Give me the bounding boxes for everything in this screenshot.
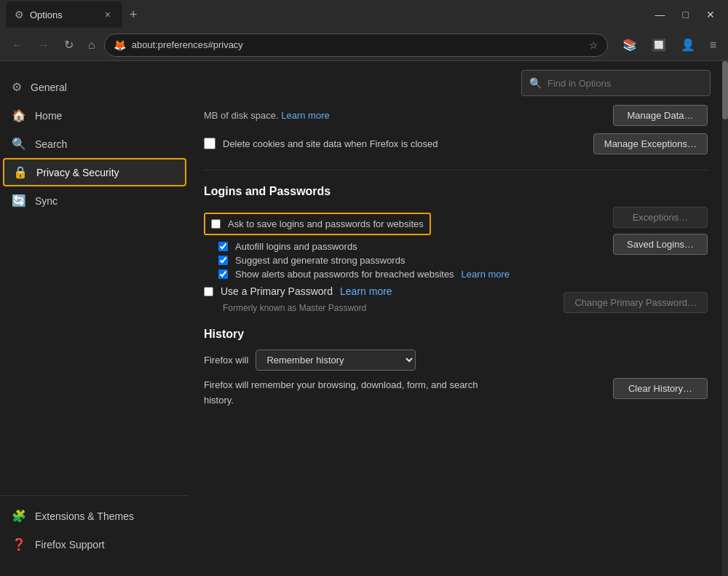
cookies-section-partial: MB of disk space. Learn more Manage Data… xyxy=(204,105,708,170)
minimize-button[interactable]: — xyxy=(648,6,673,23)
logins-section-title: Logins and Passwords xyxy=(204,185,708,198)
find-search-icon: 🔍 xyxy=(529,77,542,89)
primary-password-row: Use a Primary Password Learn more xyxy=(204,285,552,297)
nav-bar: ← → ↻ ⌂ 🦊 about:preferences#privacy ☆ 📚 … xyxy=(0,29,728,61)
suggest-label: Suggest and generate strong passwords xyxy=(235,255,405,266)
tab-settings-icon: ⚙ xyxy=(15,9,24,20)
history-section-title: History xyxy=(204,328,708,341)
disk-space-label: MB of disk space. xyxy=(204,110,279,121)
search-icon: 🔍 xyxy=(12,137,26,151)
primary-password-learn-more-link[interactable]: Learn more xyxy=(340,285,392,297)
question-icon: ❓ xyxy=(12,537,26,551)
lock-icon: 🔒 xyxy=(13,165,28,179)
delete-cookies-checkbox-row: Delete cookies and site data when Firefo… xyxy=(204,138,438,149)
search-bar-row: 🔍 xyxy=(189,61,722,105)
sidebar-bottom: 🧩 Extensions & Themes ❓ Firefox Support xyxy=(0,495,189,564)
clear-history-button[interactable]: Clear History… xyxy=(613,378,708,399)
sidebar-item-support[interactable]: ❓ Firefox Support xyxy=(0,530,189,559)
sidebar-item-sync[interactable]: 🔄 Sync xyxy=(0,186,189,215)
close-window-button[interactable]: ✕ xyxy=(699,6,722,23)
autofill-row: Autofill logins and passwords xyxy=(218,241,552,252)
logins-left-col: Ask to save logins and passwords for web… xyxy=(204,207,552,313)
alerts-learn-more-link[interactable]: Learn more xyxy=(462,269,510,280)
extensions-button[interactable]: 🔲 xyxy=(646,35,672,55)
firefox-logo-icon: 🦊 xyxy=(114,39,126,51)
autofill-label: Autofill logins and passwords xyxy=(235,241,357,252)
sidebar-label-search: Search xyxy=(35,138,67,150)
sidebar-label-home: Home xyxy=(35,110,62,122)
sidebar-item-home[interactable]: 🏠 Home xyxy=(0,101,189,130)
history-section: History Firefox will Remember history Ne… xyxy=(204,328,708,414)
home-button[interactable]: ⌂ xyxy=(82,34,101,56)
menu-button[interactable]: ≡ xyxy=(704,36,722,55)
content-area: 🔍 MB of disk space. Learn more Manage Da… xyxy=(189,61,722,576)
delete-cookies-row: Delete cookies and site data when Firefo… xyxy=(204,132,708,155)
sync-icon: 🔄 xyxy=(12,194,26,208)
address-bar[interactable]: 🦊 about:preferences#privacy ☆ xyxy=(104,33,608,57)
delete-cookies-label: Delete cookies and site data when Firefo… xyxy=(223,138,438,149)
manage-exceptions-button[interactable]: Manage Exceptions… xyxy=(593,133,708,154)
find-in-options-input[interactable] xyxy=(547,78,703,89)
extensions-themes-icon: 🧩 xyxy=(12,509,26,523)
sidebar-item-search[interactable]: 🔍 Search xyxy=(0,130,189,158)
main-layout: ⚙ General 🏠 Home 🔍 Search 🔒 Privacy & Se… xyxy=(0,61,728,576)
tab-title: Options xyxy=(30,9,96,20)
bookmark-star-icon[interactable]: ☆ xyxy=(589,39,598,51)
gear-icon: ⚙ xyxy=(12,80,22,94)
refresh-button[interactable]: ↻ xyxy=(58,33,79,56)
new-tab-button[interactable]: + xyxy=(125,6,142,24)
scrollbar-track[interactable] xyxy=(722,61,728,576)
scrollbar-thumb[interactable] xyxy=(722,61,728,119)
account-button[interactable]: 👤 xyxy=(675,35,701,55)
suggest-passwords-row: Suggest and generate strong passwords xyxy=(218,255,552,266)
ask-save-label: Ask to save logins and passwords for web… xyxy=(228,218,424,229)
find-in-options-box[interactable]: 🔍 xyxy=(521,70,711,96)
logins-right-col: Exceptions… Saved Logins… Change Primary… xyxy=(563,207,708,313)
ask-save-checkbox[interactable] xyxy=(211,219,221,229)
window-controls: — □ ✕ xyxy=(648,6,722,23)
disk-space-row: MB of disk space. Learn more Manage Data… xyxy=(204,105,708,126)
history-desc-line2: history. xyxy=(204,395,234,406)
alerts-checkbox[interactable] xyxy=(218,269,228,279)
autofill-checkbox[interactable] xyxy=(218,242,228,251)
nav-right-icons: 📚 🔲 👤 ≡ xyxy=(617,35,722,55)
sidebar-label-extensions: Extensions & Themes xyxy=(35,510,134,522)
close-tab-button[interactable]: × xyxy=(102,7,114,22)
manage-data-button[interactable]: Manage Data… xyxy=(613,105,708,126)
suggest-checkbox[interactable] xyxy=(218,256,228,265)
delete-cookies-checkbox[interactable] xyxy=(204,138,215,149)
history-clear-row: Firefox will remember your browsing, dow… xyxy=(204,378,708,414)
primary-password-label: Use a Primary Password xyxy=(221,285,333,297)
primary-password-checkbox[interactable] xyxy=(204,287,213,296)
learn-more-link-disk[interactable]: Learn more xyxy=(281,110,329,121)
address-text: about:preferences#privacy xyxy=(132,39,583,50)
content-inner: MB of disk space. Learn more Manage Data… xyxy=(189,105,722,429)
sidebar: ⚙ General 🏠 Home 🔍 Search 🔒 Privacy & Se… xyxy=(0,61,189,576)
sidebar-label-privacy: Privacy & Security xyxy=(36,167,119,178)
disk-space-text: MB of disk space. Learn more xyxy=(204,110,330,121)
forward-button[interactable]: → xyxy=(32,34,55,56)
title-bar: ⚙ Options × + — □ ✕ xyxy=(0,0,728,29)
sidebar-item-extensions[interactable]: 🧩 Extensions & Themes xyxy=(0,502,189,530)
formerly-known-text: Formerly known as Master Password xyxy=(223,303,552,313)
history-will-row: Firefox will Remember history Never reme… xyxy=(204,350,708,371)
sidebar-label-support: Firefox Support xyxy=(35,539,105,551)
home-icon: 🏠 xyxy=(12,109,26,122)
firefox-will-label: Firefox will xyxy=(204,355,248,366)
sidebar-label-sync: Sync xyxy=(35,195,58,207)
sidebar-label-general: General xyxy=(31,82,67,93)
saved-logins-button[interactable]: Saved Logins… xyxy=(613,234,708,255)
change-primary-password-button[interactable]: Change Primary Password… xyxy=(563,292,708,313)
maximize-button[interactable]: □ xyxy=(676,6,696,23)
history-select[interactable]: Remember history Never remember history … xyxy=(256,350,416,371)
exceptions-button[interactable]: Exceptions… xyxy=(613,207,708,228)
sidebar-item-privacy[interactable]: 🔒 Privacy & Security xyxy=(3,158,186,186)
alerts-row: Show alerts about passwords for breached… xyxy=(218,269,552,280)
ask-save-row: Ask to save logins and passwords for web… xyxy=(204,213,552,235)
collections-button[interactable]: 📚 xyxy=(617,35,643,55)
sidebar-item-general[interactable]: ⚙ General xyxy=(0,73,189,101)
history-desc-line1: Firefox will remember your browsing, dow… xyxy=(204,379,478,390)
browser-tab[interactable]: ⚙ Options × xyxy=(6,1,122,28)
back-button[interactable]: ← xyxy=(6,34,29,56)
logins-passwords-section: Logins and Passwords Ask to save logins … xyxy=(204,185,708,313)
